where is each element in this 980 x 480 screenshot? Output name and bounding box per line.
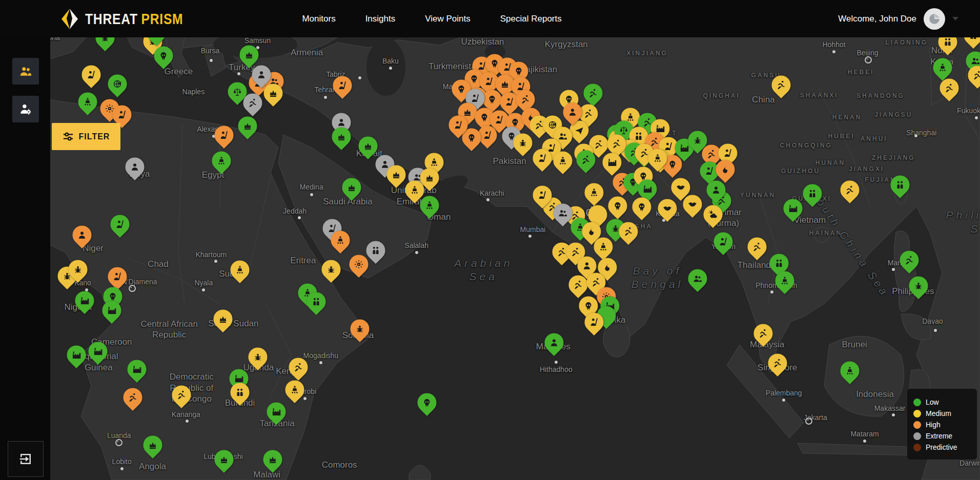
handshake-icon bbox=[688, 199, 698, 209]
couple-icon bbox=[969, 37, 978, 40]
legend-swatch-icon bbox=[913, 432, 921, 440]
legend-item-extreme: Extreme bbox=[913, 432, 971, 440]
skull-icon bbox=[667, 160, 677, 170]
runner-icon bbox=[581, 155, 590, 164]
runner-icon bbox=[520, 95, 530, 105]
chevron-down-icon[interactable] bbox=[952, 17, 958, 20]
city-dot bbox=[770, 290, 773, 294]
app-logo[interactable]: THREATPRISM bbox=[59, 8, 205, 30]
people-icon bbox=[970, 56, 980, 66]
factory-icon bbox=[71, 350, 81, 360]
capital-city-dot bbox=[865, 56, 872, 64]
crown-icon bbox=[244, 50, 254, 59]
insect-icon bbox=[355, 324, 365, 333]
podium-icon bbox=[335, 235, 345, 245]
runner-icon bbox=[248, 98, 258, 108]
runner-icon bbox=[776, 80, 786, 90]
couple-icon bbox=[311, 297, 321, 306]
prism-logo-icon bbox=[59, 8, 80, 30]
couple-icon bbox=[943, 37, 952, 47]
couple-icon bbox=[634, 131, 644, 141]
main-nav: MonitorsInsightsView PointsSpecial Repor… bbox=[302, 14, 561, 24]
insect-icon bbox=[518, 138, 527, 148]
person-icon bbox=[568, 108, 578, 117]
podium-icon bbox=[425, 200, 435, 210]
podium-icon bbox=[410, 185, 420, 195]
city-dot bbox=[298, 216, 301, 219]
sidebar-users-button[interactable] bbox=[12, 58, 39, 85]
nav-link-special-reports[interactable]: Special Reports bbox=[500, 14, 562, 24]
runner-icon bbox=[591, 277, 601, 287]
insect-icon bbox=[692, 135, 702, 145]
city-dot bbox=[303, 397, 307, 400]
threat-map-canvas[interactable]: FILTER LowMediumHighExtremePredictive Ba… bbox=[50, 37, 980, 480]
couple-icon bbox=[235, 388, 245, 398]
runner-icon bbox=[752, 242, 762, 252]
city-dot bbox=[389, 67, 392, 70]
insect-icon bbox=[326, 264, 336, 274]
handshake-icon bbox=[663, 203, 672, 213]
logout-button[interactable] bbox=[8, 441, 44, 477]
legend-item-low: Low bbox=[913, 398, 971, 406]
legend-item-medium: Medium bbox=[913, 409, 971, 418]
skull-icon bbox=[456, 85, 466, 94]
runner-icon bbox=[128, 392, 138, 402]
factory-icon bbox=[788, 203, 798, 213]
militant-icon bbox=[505, 97, 515, 107]
skull-icon bbox=[422, 398, 432, 407]
crown-icon bbox=[391, 170, 401, 179]
crown-icon bbox=[500, 79, 510, 89]
person-icon bbox=[549, 338, 559, 348]
factory-icon bbox=[234, 374, 244, 384]
couple-icon bbox=[371, 245, 380, 255]
city-dot bbox=[310, 193, 313, 196]
person-icon bbox=[711, 185, 721, 195]
crown-icon bbox=[346, 183, 356, 193]
nav-link-monitors[interactable]: Monitors bbox=[302, 14, 335, 24]
city-dot bbox=[210, 59, 213, 62]
podium-icon bbox=[83, 97, 92, 107]
podium-icon bbox=[589, 187, 599, 197]
top-navigation-bar: THREATPRISM MonitorsInsightsView PointsS… bbox=[0, 0, 980, 37]
city-dot bbox=[975, 116, 978, 119]
couple-icon bbox=[895, 180, 905, 190]
runner-icon bbox=[706, 150, 716, 159]
insect-icon bbox=[100, 37, 110, 43]
runner-icon bbox=[574, 280, 583, 290]
skull-icon bbox=[108, 291, 117, 301]
avatar-glyph-icon bbox=[928, 12, 941, 26]
city-dot bbox=[555, 361, 558, 364]
couple-icon bbox=[808, 189, 818, 199]
city-dot bbox=[486, 198, 489, 201]
militant-icon bbox=[454, 120, 463, 130]
flame-icon bbox=[720, 164, 730, 174]
city-dot bbox=[324, 96, 327, 99]
legend-label: Predictive bbox=[926, 443, 957, 451]
filter-button-label: FILTER bbox=[79, 132, 110, 141]
nav-link-insights[interactable]: Insights bbox=[365, 14, 396, 24]
city-dot bbox=[120, 467, 124, 470]
scales-icon bbox=[232, 87, 242, 96]
skull-icon bbox=[637, 202, 646, 212]
gear-icon bbox=[354, 259, 364, 269]
militant-icon bbox=[112, 272, 122, 281]
avatar[interactable] bbox=[924, 8, 945, 30]
runner-icon bbox=[570, 247, 580, 257]
podium-icon bbox=[290, 385, 300, 394]
legend-swatch-icon bbox=[913, 444, 921, 451]
sidebar-user-settings-button[interactable] bbox=[12, 96, 39, 122]
person-icon bbox=[130, 162, 140, 172]
logout-icon bbox=[18, 451, 33, 467]
flame-icon bbox=[586, 226, 596, 236]
legend-label: High bbox=[926, 421, 941, 429]
plane-icon bbox=[575, 125, 584, 135]
welcome-text: Welcome, John Doe bbox=[838, 14, 916, 24]
runner-icon bbox=[759, 329, 768, 339]
nav-link-view-points[interactable]: View Points bbox=[425, 14, 471, 24]
weather-icon bbox=[708, 210, 718, 219]
filter-button[interactable]: FILTER bbox=[52, 123, 120, 150]
city-dot bbox=[863, 440, 866, 443]
factory-icon bbox=[680, 143, 689, 153]
militant-icon bbox=[723, 148, 733, 158]
podium-icon bbox=[558, 156, 567, 166]
